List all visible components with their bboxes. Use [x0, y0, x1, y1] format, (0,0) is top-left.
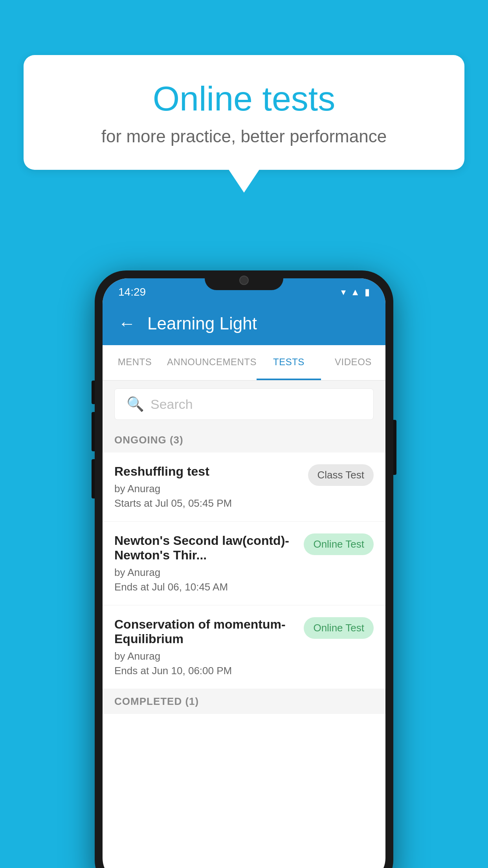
- search-bar[interactable]: 🔍 Search: [114, 388, 374, 420]
- phone-button-volume-up: [92, 412, 95, 451]
- battery-icon: ▮: [365, 287, 370, 298]
- test-info: Newton's Second law(contd)-Newton's Thir…: [114, 533, 296, 593]
- test-info: Conservation of momentum-Equilibrium by …: [114, 617, 296, 677]
- wifi-icon: ▾: [341, 287, 346, 298]
- phone-button-volume-mute: [92, 381, 95, 404]
- phone-notch: [205, 270, 283, 290]
- test-item[interactable]: Reshuffling test by Anurag Starts at Jul…: [103, 452, 385, 522]
- signal-icon: ▲: [350, 287, 360, 298]
- search-icon: 🔍: [127, 396, 144, 412]
- test-name: Newton's Second law(contd)-Newton's Thir…: [114, 533, 296, 563]
- completed-section-header: COMPLETED (1): [103, 689, 385, 714]
- phone-screen: 14:29 ▾ ▲ ▮ ← Learning Light MENTS ANNOU…: [103, 278, 385, 868]
- ongoing-section-header: ONGOING (3): [103, 428, 385, 452]
- phone-frame: 14:29 ▾ ▲ ▮ ← Learning Light MENTS ANNOU…: [95, 270, 393, 868]
- search-container: 🔍 Search: [103, 381, 385, 428]
- test-name: Conservation of momentum-Equilibrium: [114, 617, 296, 646]
- tab-bar: MENTS ANNOUNCEMENTS TESTS VIDEOS: [103, 345, 385, 381]
- test-author: by Anurag: [114, 483, 300, 495]
- test-name: Reshuffling test: [114, 464, 300, 479]
- phone-button-power: [393, 420, 396, 475]
- test-date: Ends at Jul 06, 10:45 AM: [114, 581, 296, 593]
- test-date: Ends at Jun 10, 06:00 PM: [114, 665, 296, 677]
- bubble-subtitle: for more practice, better performance: [55, 127, 433, 146]
- tab-ments[interactable]: MENTS: [103, 345, 167, 380]
- speech-bubble: Online tests for more practice, better p…: [24, 55, 464, 170]
- status-icons: ▾ ▲ ▮: [341, 287, 370, 298]
- test-badge-online: Online Test: [304, 533, 374, 555]
- tab-announcements[interactable]: ANNOUNCEMENTS: [167, 345, 257, 380]
- tab-tests[interactable]: TESTS: [257, 345, 321, 380]
- test-badge-class: Class Test: [308, 464, 374, 486]
- ongoing-label: ONGOING (3): [114, 434, 183, 446]
- test-item[interactable]: Conservation of momentum-Equilibrium by …: [103, 605, 385, 689]
- test-badge-online: Online Test: [304, 617, 374, 639]
- tab-videos[interactable]: VIDEOS: [321, 345, 385, 380]
- test-info: Reshuffling test by Anurag Starts at Jul…: [114, 464, 300, 509]
- phone-button-volume-down: [92, 459, 95, 498]
- background: Online tests for more practice, better p…: [0, 0, 488, 868]
- phone-camera: [239, 276, 249, 285]
- test-author: by Anurag: [114, 566, 296, 579]
- back-button[interactable]: ←: [118, 314, 136, 333]
- test-author: by Anurag: [114, 650, 296, 662]
- test-item[interactable]: Newton's Second law(contd)-Newton's Thir…: [103, 522, 385, 605]
- search-placeholder: Search: [150, 397, 193, 412]
- speech-bubble-container: Online tests for more practice, better p…: [24, 55, 464, 193]
- completed-label: COMPLETED (1): [114, 695, 199, 707]
- speech-bubble-tail: [228, 169, 260, 193]
- app-title: Learning Light: [147, 314, 257, 333]
- app-header: ← Learning Light: [103, 302, 385, 345]
- bubble-title: Online tests: [55, 79, 433, 119]
- test-list: Reshuffling test by Anurag Starts at Jul…: [103, 452, 385, 689]
- test-date: Starts at Jul 05, 05:45 PM: [114, 497, 300, 509]
- status-time: 14:29: [118, 286, 146, 298]
